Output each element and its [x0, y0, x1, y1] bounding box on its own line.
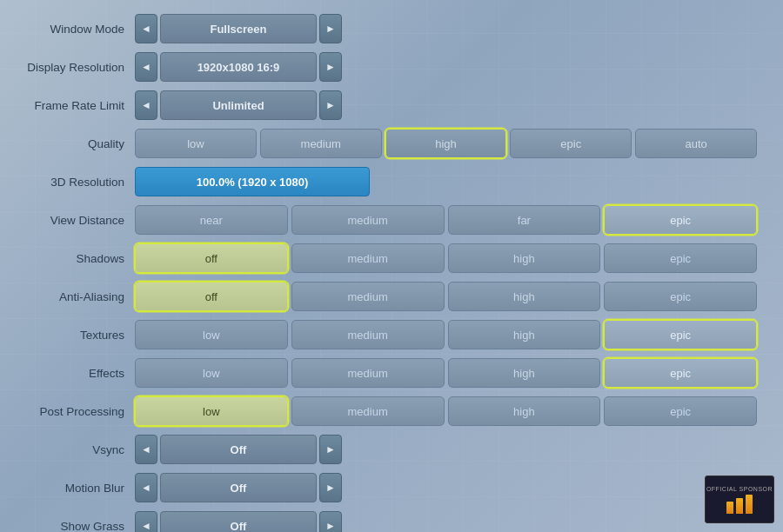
- shadows-epic-btn[interactable]: epic: [604, 243, 757, 273]
- shadows-medium-btn[interactable]: medium: [291, 243, 445, 273]
- vsync-right-arrow[interactable]: ►: [319, 435, 342, 464]
- view-distance-near-btn[interactable]: near: [135, 205, 288, 235]
- window-mode-value: Fullscreen: [160, 14, 317, 43]
- motion-blur-selector: ◄ Off ►: [135, 473, 342, 502]
- effects-medium-btn[interactable]: medium: [291, 358, 445, 388]
- view-distance-epic-btn[interactable]: epic: [604, 205, 757, 235]
- textures-low-btn[interactable]: low: [135, 320, 288, 349]
- motion-blur-value: Off: [160, 473, 317, 502]
- motion-blur-label: Motion Blur: [9, 482, 135, 495]
- quality-medium-btn[interactable]: medium: [260, 129, 382, 158]
- frame-rate-row: Frame Rate Limit ◄ Unlimited ►: [9, 89, 757, 122]
- frame-rate-selector: ◄ Unlimited ►: [135, 90, 342, 120]
- vsync-row: Vsync ◄ Off ►: [9, 433, 757, 466]
- textures-epic-btn[interactable]: epic: [604, 320, 757, 349]
- effects-low-btn[interactable]: low: [135, 358, 288, 388]
- anti-aliasing-row: Anti-Aliasing off medium high epic: [9, 280, 757, 313]
- window-mode-row: Window Mode ◄ Fullscreen ►: [9, 12, 757, 45]
- effects-options: low medium high epic: [135, 358, 757, 388]
- post-processing-medium-btn[interactable]: medium: [291, 396, 445, 426]
- quality-label: Quality: [9, 137, 135, 150]
- shadows-options: off medium high epic: [135, 243, 757, 273]
- window-mode-selector: ◄ Fullscreen ►: [135, 14, 342, 43]
- window-mode-right-arrow[interactable]: ►: [319, 14, 342, 43]
- display-resolution-right-arrow[interactable]: ►: [319, 52, 342, 82]
- quality-high-btn[interactable]: high: [385, 129, 507, 158]
- show-grass-label: Show Grass: [9, 520, 135, 533]
- display-resolution-label: Display Resolution: [9, 61, 135, 74]
- quality-row: Quality low medium high epic auto: [9, 127, 757, 160]
- quality-auto-btn[interactable]: auto: [635, 129, 757, 158]
- post-processing-label: Post Processing: [9, 405, 135, 418]
- resolution-3d-label: 3D Resolution: [9, 176, 135, 189]
- textures-high-btn[interactable]: high: [448, 320, 601, 349]
- show-grass-selector: ◄ Off ►: [135, 511, 342, 532]
- quality-buttons: low medium high epic auto: [135, 129, 757, 158]
- post-processing-options: low medium high epic: [135, 396, 757, 426]
- show-grass-row: Show Grass ◄ Off ►: [9, 509, 757, 532]
- view-distance-options: near medium far epic: [135, 205, 757, 235]
- effects-epic-btn[interactable]: epic: [604, 358, 757, 388]
- show-grass-left-arrow[interactable]: ◄: [135, 511, 157, 532]
- frame-rate-value: Unlimited: [160, 90, 317, 120]
- anti-aliasing-high-btn[interactable]: high: [448, 282, 601, 311]
- quality-low-btn[interactable]: low: [135, 129, 257, 158]
- motion-blur-row: Motion Blur ◄ Off ►: [9, 471, 757, 504]
- textures-medium-btn[interactable]: medium: [291, 320, 445, 349]
- resolution-3d-value[interactable]: 100.0% (1920 x 1080): [135, 167, 370, 196]
- vsync-selector: ◄ Off ►: [135, 435, 342, 464]
- post-processing-epic-btn[interactable]: epic: [604, 396, 757, 426]
- frame-rate-left-arrow[interactable]: ◄: [135, 90, 157, 120]
- view-distance-row: View Distance near medium far epic: [9, 203, 757, 236]
- window-mode-label: Window Mode: [9, 23, 135, 36]
- view-distance-medium-btn[interactable]: medium: [291, 205, 445, 235]
- post-processing-row: Post Processing low medium high epic: [9, 395, 757, 428]
- motion-blur-left-arrow[interactable]: ◄: [135, 473, 157, 502]
- anti-aliasing-medium-btn[interactable]: medium: [291, 282, 445, 311]
- anti-aliasing-label: Anti-Aliasing: [9, 290, 135, 303]
- textures-row: Textures low medium high epic: [9, 318, 757, 351]
- anti-aliasing-off-btn[interactable]: off: [135, 282, 288, 311]
- resolution-3d-row: 3D Resolution 100.0% (1920 x 1080): [9, 165, 757, 198]
- frame-rate-right-arrow[interactable]: ►: [319, 90, 342, 120]
- shadows-high-btn[interactable]: high: [448, 243, 601, 273]
- display-resolution-value: 1920x1080 16:9: [160, 52, 317, 82]
- display-resolution-row: Display Resolution ◄ 1920x1080 16:9 ►: [9, 50, 757, 83]
- settings-panel: Window Mode ◄ Fullscreen ► Display Resol…: [0, 0, 783, 532]
- shadows-off-btn[interactable]: off: [135, 243, 288, 273]
- shadows-row: Shadows off medium high epic: [9, 242, 757, 275]
- frame-rate-label: Frame Rate Limit: [9, 99, 135, 112]
- show-grass-value: Off: [160, 511, 317, 532]
- display-resolution-left-arrow[interactable]: ◄: [135, 52, 157, 82]
- show-grass-right-arrow[interactable]: ►: [319, 511, 342, 532]
- textures-label: Textures: [9, 329, 135, 342]
- view-distance-far-btn[interactable]: far: [448, 205, 601, 235]
- shadows-label: Shadows: [9, 252, 135, 265]
- post-processing-high-btn[interactable]: high: [448, 396, 601, 426]
- anti-aliasing-epic-btn[interactable]: epic: [604, 282, 757, 311]
- view-distance-label: View Distance: [9, 214, 135, 227]
- effects-label: Effects: [9, 367, 135, 380]
- textures-options: low medium high epic: [135, 320, 757, 349]
- vsync-label: Vsync: [9, 443, 135, 456]
- effects-row: Effects low medium high epic: [9, 356, 757, 389]
- window-mode-left-arrow[interactable]: ◄: [135, 14, 157, 43]
- vsync-left-arrow[interactable]: ◄: [135, 435, 157, 464]
- quality-epic-btn[interactable]: epic: [510, 129, 632, 158]
- effects-high-btn[interactable]: high: [448, 358, 601, 388]
- anti-aliasing-options: off medium high epic: [135, 282, 757, 311]
- post-processing-low-btn[interactable]: low: [135, 396, 288, 426]
- display-resolution-selector: ◄ 1920x1080 16:9 ►: [135, 52, 342, 82]
- motion-blur-right-arrow[interactable]: ►: [319, 473, 342, 502]
- vsync-value: Off: [160, 435, 317, 464]
